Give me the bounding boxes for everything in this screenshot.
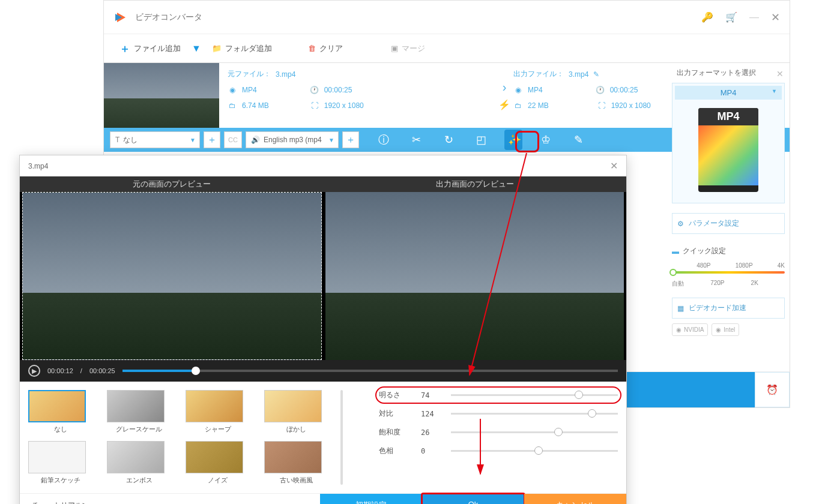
- gpu-accel-button[interactable]: ▦ ビデオカード加速: [672, 298, 785, 319]
- minimize-icon[interactable]: —: [749, 12, 759, 23]
- video-thumbnail[interactable]: [104, 63, 219, 128]
- add-audio-button[interactable]: ＋: [342, 131, 359, 148]
- filter-sharp[interactable]: シャープ: [186, 390, 250, 434]
- merge-icon: ▣: [391, 44, 398, 53]
- hue-slider-row: 色相 0: [379, 446, 618, 456]
- crop-icon[interactable]: ◰: [472, 133, 490, 146]
- preview-source-header: 元の画面のプレビュー: [20, 176, 323, 192]
- format-icon: ◉: [513, 85, 523, 95]
- sliders-icon: ⚙: [677, 220, 684, 228]
- current-time: 00:00:12: [47, 367, 73, 374]
- adjustment-sliders: 明るさ 74 対比 124 飽和度 26 色相 0: [355, 390, 618, 485]
- app-title: ビデオコンバータ: [135, 12, 202, 23]
- format-header[interactable]: MP4: [675, 86, 782, 100]
- resolution-icon: ⛶: [310, 101, 319, 110]
- plus-icon: ＋: [119, 41, 130, 56]
- audio-track-dropdown[interactable]: 🔊 English mp3 (mp4 ▼: [246, 131, 339, 148]
- filter-blur[interactable]: ぼかし: [264, 390, 328, 434]
- effect-dialog: 3.mp4 ✕ 元の画面のプレビュー 出力画面のプレビュー ▶ 00:00:12…: [19, 155, 627, 504]
- chevron-right-icon: ›: [503, 80, 507, 94]
- brightness-slider-row: 明るさ 74: [379, 390, 618, 400]
- clear-button[interactable]: 🗑 クリア: [302, 41, 349, 56]
- add-subtitle-button[interactable]: ＋: [204, 131, 220, 148]
- chevron-down-icon: ▼: [190, 137, 196, 143]
- cut-icon[interactable]: ✂: [407, 133, 425, 146]
- total-time: 00:00:25: [89, 367, 115, 374]
- ok-button[interactable]: Ok: [422, 494, 524, 504]
- quick-settings-label: ▬クイック設定: [672, 246, 785, 256]
- intel-badge: ◉Intel: [712, 323, 739, 336]
- quality-marks-bottom: 自動720P2K: [672, 280, 785, 288]
- preview-output-header: 出力画面のプレビュー: [323, 176, 626, 192]
- filesize-icon: 🗀: [513, 101, 523, 110]
- playback-bar: ▶ 00:00:12 / 00:00:25: [20, 360, 626, 382]
- filter-old-film[interactable]: 古い映画風: [264, 441, 328, 485]
- chip-icon: ▦: [677, 304, 684, 313]
- filter-emboss[interactable]: エンボス: [107, 441, 171, 485]
- format-selector[interactable]: MP4 MP4: [672, 83, 785, 203]
- filesize-icon: 🗀: [228, 101, 237, 110]
- filter-none[interactable]: なし: [28, 390, 92, 434]
- effect-icon[interactable]: ✨: [504, 130, 522, 150]
- quality-marks-top: 480P1080P4K: [672, 262, 785, 269]
- cancel-button[interactable]: キャンセル: [524, 494, 626, 504]
- watermark-icon[interactable]: ♔: [537, 133, 555, 146]
- brightness-slider[interactable]: [451, 394, 618, 396]
- resolution-icon: ⛶: [597, 101, 606, 110]
- plus-icon: ＋: [346, 134, 355, 146]
- filter-grayscale[interactable]: グレースケール: [107, 390, 171, 434]
- hue-slider[interactable]: [451, 450, 618, 452]
- add-file-dropdown-icon[interactable]: ▼: [192, 43, 201, 54]
- filter-grid: なし グレースケール シャープ ぼかし 鉛筆スケッチ エンボス ノイズ 古い映画…: [28, 390, 328, 485]
- output-format-panel: 出力フォーマットを選択 MP4 MP4 ⚙ パラメータ設定 ▬クイック設定 48…: [672, 63, 785, 336]
- app-logo-icon: [113, 10, 128, 25]
- chevron-down-icon: ▼: [328, 137, 334, 143]
- source-info-column: 元ファイル：3.mp4 ◉MP4🕐00:00:25 🗀6.74 MB⛶1920 …: [228, 69, 495, 122]
- play-button[interactable]: ▶: [28, 365, 40, 377]
- add-folder-button[interactable]: 📁 フォルダ追加: [206, 41, 278, 56]
- contrast-slider-row: 対比 124: [379, 409, 618, 419]
- progress-bar[interactable]: [122, 370, 618, 372]
- format-preview: MP4: [698, 108, 758, 192]
- parameter-settings-button[interactable]: ⚙ パラメータ設定: [672, 213, 785, 234]
- format-icon: ◉: [228, 85, 237, 95]
- source-preview[interactable]: [22, 192, 322, 360]
- cc-button[interactable]: CC: [224, 131, 242, 148]
- merge-button: ▣ マージ: [385, 41, 431, 56]
- output-format-title: 出力フォーマットを選択: [672, 63, 785, 83]
- filter-sketch[interactable]: 鉛筆スケッチ: [28, 441, 92, 485]
- quality-slider[interactable]: [672, 271, 785, 274]
- folder-plus-icon: 📁: [212, 44, 222, 53]
- rename-icon[interactable]: ✎: [593, 70, 599, 79]
- filter-noise[interactable]: ノイズ: [186, 441, 250, 485]
- output-preview: [325, 192, 624, 360]
- clock-icon: 🕐: [596, 85, 605, 95]
- cart-icon[interactable]: 🛒: [725, 11, 737, 23]
- lightning-icon: ⚡: [498, 99, 510, 110]
- contrast-slider[interactable]: [451, 413, 618, 415]
- vertical-divider[interactable]: [340, 390, 343, 485]
- info-icon[interactable]: ⓘ: [375, 133, 393, 147]
- titlebar: ビデオコンバータ 🔑 🛒 — ✕: [104, 1, 790, 34]
- add-file-button[interactable]: ＋ ファイル追加: [113, 39, 187, 58]
- dialog-close-icon[interactable]: ✕: [610, 160, 618, 172]
- clock-icon: 🕐: [310, 85, 319, 95]
- main-toolbar: ＋ ファイル追加 ▼ 📁 フォルダ追加 🗑 クリア ▣ マージ: [104, 34, 790, 63]
- reset-button[interactable]: 初期設定: [320, 494, 422, 504]
- rotate-icon[interactable]: ↻: [440, 133, 458, 146]
- tutorial-link[interactable]: チュートリアル>: [20, 494, 98, 505]
- conversion-arrow: › ⚡: [495, 69, 513, 122]
- saturation-slider[interactable]: [451, 431, 618, 433]
- plus-icon: ＋: [207, 134, 217, 146]
- close-icon[interactable]: ✕: [771, 11, 780, 24]
- nvidia-badge: ◉NVIDIA: [672, 323, 708, 336]
- saturation-slider-row: 飽和度 26: [379, 427, 618, 437]
- edit-icon[interactable]: ✎: [569, 133, 587, 146]
- trash-icon: 🗑: [308, 44, 316, 53]
- dialog-title: 3.mp4: [28, 162, 48, 170]
- subtitle-dropdown[interactable]: T なし ▼: [110, 131, 200, 148]
- alarm-icon: ⏰: [766, 384, 778, 395]
- key-icon[interactable]: 🔑: [701, 11, 713, 23]
- schedule-button[interactable]: ⏰: [755, 372, 790, 407]
